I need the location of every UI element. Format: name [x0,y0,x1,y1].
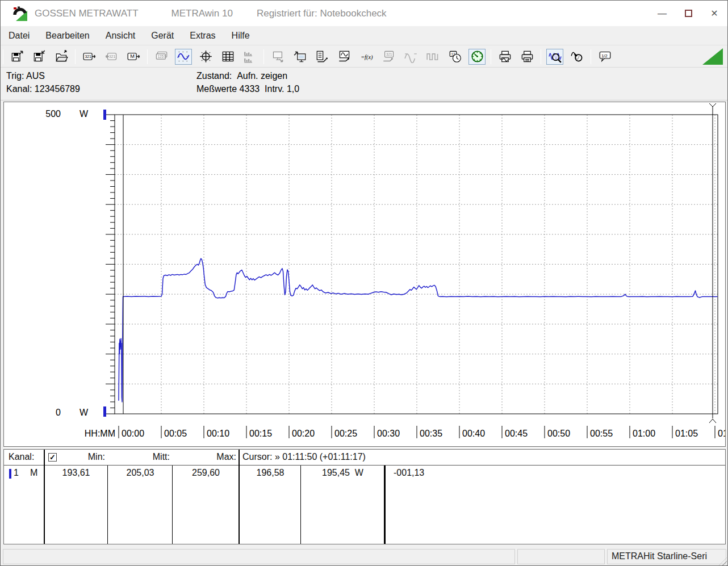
channel-setup-button[interactable] [313,49,330,65]
meter-321-out-icon: 321 [83,50,96,63]
x-tick-label: 00:15 [249,429,272,438]
gossen-metrawatt-logo-icon [12,6,28,22]
gauge-view-button[interactable] [468,49,486,65]
svg-text:M: M [130,53,135,59]
xy-chart-view-button[interactable] [197,49,214,65]
channel-visible-checkbox[interactable]: ✓ [48,453,57,462]
intrv-label: Intrv. [265,84,284,94]
histogram-view-button[interactable] [241,49,258,65]
device-settings-button[interactable]: 321 [380,49,397,65]
toolbar-separator [263,49,264,64]
menubar: DateiBearbeitenAnsichtGerätExtrasHilfe [1,26,727,45]
histogram-icon [244,50,257,63]
toolbar-separator [75,49,76,64]
xy-crosshair-icon [199,50,212,63]
live-monitor-button[interactable] [336,49,353,65]
menu-item-extras[interactable]: Extras [182,26,223,45]
menu-item-datei[interactable]: Datei [1,26,37,45]
header-min: Min: [58,452,105,462]
svg-text:=f(x): =f(x) [361,54,373,61]
save-import-button[interactable] [31,49,48,65]
svg-text:1257: 1257 [157,54,166,58]
metrawin-window: GOSSEN METRAWATT METRAwin 10 Registriert… [0,0,728,566]
window-controls: — ✕ [649,1,727,26]
save-export-button[interactable] [9,49,26,65]
menu-item-ansicht[interactable]: Ansicht [98,26,143,45]
row-max: 259,60 [173,468,239,478]
x-tick-label: 00:30 [377,429,400,438]
zoom-selection-button[interactable] [546,49,563,65]
header-kanal: Kanal: [9,452,34,462]
x-tick-label: 00:55 [590,429,613,438]
export-screen-button[interactable] [269,49,286,65]
data-table-icon [221,50,235,63]
titlebar: GOSSEN METRAWATT METRAwin 10 Registriert… [1,1,727,26]
numeric-display-view-button[interactable]: 1257 [153,49,170,65]
read-device-321-button[interactable]: 321 [81,49,98,65]
channel-color-bar [9,469,11,479]
x-tick-label: 00:35 [420,429,442,438]
statusbar-aux-panel [517,549,605,564]
x-tick-label: 01:05 [675,429,698,438]
menu-item-hilfe[interactable]: Hilfe [224,26,258,45]
row-delta: -001,13 [394,468,424,478]
close-button[interactable]: ✕ [701,1,727,26]
maximize-icon [685,10,692,17]
record-to-disk-button[interactable] [291,49,308,65]
x-axis-title: HH:MM [85,429,115,438]
toolbar: 321321M1257=f(x)321121/2 [1,46,727,68]
monitor-out-icon [271,50,284,63]
x-tick-label: 00:20 [292,429,315,438]
analog-output-button[interactable] [402,49,419,65]
toolbar-separator [3,49,3,64]
monitor-in-icon [294,50,307,63]
toolbar-separator [591,49,591,64]
annotation-button[interactable]: 1/2 [596,49,613,65]
statusbar-message-panel [3,549,515,564]
measurement-infobar: Trig: AUS Kanal: 123456789 Zustand: Aufn… [1,68,727,100]
trig-label: Trig: AUS [6,71,45,81]
chart-panel: 500 W 0 W 00:0000:0500:1000:1500:2000:25… [3,102,726,447]
minimize-button[interactable]: — [649,1,675,26]
intrv-value: 1,0 [287,84,299,94]
meter-m-out-icon: M [127,50,140,63]
pulse-output-button[interactable] [424,49,441,65]
svg-text:321: 321 [108,54,115,58]
formula-button[interactable]: =f(x) [358,49,375,65]
yt-chart-view-button[interactable] [175,49,192,65]
interval-timer-button[interactable]: 12 [446,49,463,65]
zoom-reset-button[interactable] [568,49,585,65]
row-mitt: 205,03 [108,468,172,478]
kanal-value: 123456789 [35,84,80,94]
channel-stats-table: Kanal: ✓ Min: Mitt: Max: Cursor: » 01:11… [3,449,726,544]
table-view-button[interactable] [219,49,236,65]
print-preview-button[interactable] [496,49,513,65]
svg-text:1/2: 1/2 [601,53,607,58]
chart-canvas[interactable]: 00:0000:0500:1000:1500:2000:2500:3000:35… [4,102,725,446]
menu-item-gert[interactable]: Gerät [143,26,182,45]
menu-item-bearbeiten[interactable]: Bearbeiten [37,26,97,45]
zustand-label: Zustand: Aufn. zeigen [196,71,287,81]
folder-open-icon [55,50,68,63]
zustand-value: Aufn. zeigen [237,71,287,81]
toolbar-separator [491,49,491,64]
gauge-icon [471,50,484,63]
send-device-321-button[interactable]: 321 [103,49,120,65]
zoom-wave-icon [549,50,562,63]
cursor-bottom-marker [709,419,716,423]
close-icon: ✕ [710,8,718,19]
printer-icon [521,50,534,63]
x-tick-label: 00:40 [462,429,485,438]
maximize-button[interactable] [675,1,701,26]
channel-list-icon [316,50,329,63]
callout-icon: 1/2 [599,50,612,63]
device-name: METRAHit Starline-Seri [612,551,707,561]
print-button[interactable] [518,49,535,65]
x-tick-label: 00:45 [505,429,528,438]
monitor-probe-icon [338,50,351,63]
x-tick-label: 00:50 [547,429,570,438]
cursor-top-marker [713,103,716,107]
open-file-button[interactable] [53,49,70,65]
x-tick-label: 00:00 [122,429,144,438]
read-device-m-button[interactable]: M [125,49,142,65]
